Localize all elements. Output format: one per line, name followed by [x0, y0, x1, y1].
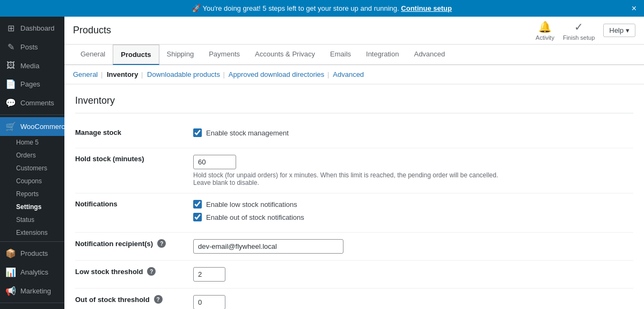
sidebar-item-appearance[interactable]: 🎨 Appearance: [0, 305, 64, 309]
dashboard-icon: ⊞: [5, 23, 16, 33]
notifications-row: Notifications Enable low stock notificat…: [75, 193, 633, 233]
tab-advanced[interactable]: Advanced: [406, 45, 452, 64]
subnav-approved[interactable]: Approved download directories: [229, 70, 325, 78]
finish-setup-label: Finish setup: [563, 34, 595, 41]
media-icon: 🖼: [5, 61, 16, 70]
low-stock-threshold-input[interactable]: [193, 267, 225, 282]
activity-button[interactable]: 🔔 Activity: [536, 20, 554, 41]
low-stock-threshold-help-icon[interactable]: ?: [147, 267, 156, 276]
sidebar-sub-coupons[interactable]: Coupons: [0, 175, 64, 188]
settings-form: Manage stock Enable stock management Hol…: [75, 122, 633, 309]
sidebar-divider-2: [0, 241, 64, 242]
out-of-stock-notify-checkbox[interactable]: [193, 213, 202, 221]
notifications-label: Notifications: [75, 193, 193, 233]
finish-setup-button[interactable]: ✓ Finish setup: [563, 20, 595, 41]
low-stock-threshold-label-wrap: Low stock threshold ?: [75, 267, 185, 276]
sidebar-item-label: Pages: [20, 80, 40, 88]
sidebar-item-label: Products: [20, 249, 48, 257]
sidebar-divider: [0, 114, 64, 115]
sidebar-item-posts[interactable]: ✎ Posts: [0, 38, 64, 56]
out-of-stock-threshold-row: Out of stock threshold ?: [75, 289, 633, 310]
sidebar-item-products[interactable]: 📦 Products: [0, 244, 64, 263]
page-title: Products: [73, 25, 111, 36]
low-stock-text: Enable low stock notifications: [206, 200, 297, 209]
chevron-down-icon: ▾: [626, 26, 630, 34]
sidebar-item-media[interactable]: 🖼 Media: [0, 56, 64, 75]
section-title: Inventory: [75, 95, 633, 113]
notification-recipient-help-icon[interactable]: ?: [157, 239, 166, 248]
subnav-sep-1: |: [101, 70, 103, 78]
sub-nav: General | Inventory | Downloadable produ…: [64, 65, 644, 84]
low-stock-threshold-label: Low stock threshold: [75, 268, 143, 276]
sidebar-item-label: Dashboard: [20, 24, 55, 32]
tab-accounts-privacy[interactable]: Accounts & Privacy: [247, 45, 323, 64]
subnav-sep-2: |: [141, 70, 143, 78]
sidebar-item-dashboard[interactable]: ⊞ Dashboard: [0, 19, 64, 38]
woocommerce-icon: 🛒: [5, 121, 16, 132]
low-stock-label[interactable]: Enable low stock notifications: [193, 200, 633, 209]
out-of-stock-label[interactable]: Enable out of stock notifications: [193, 213, 633, 221]
activity-icon: 🔔: [538, 20, 552, 33]
pages-icon: 📄: [5, 79, 16, 89]
manage-stock-checkbox-text: Enable stock management: [206, 129, 289, 137]
low-stock-checkbox[interactable]: [193, 200, 202, 209]
notification-recipient-label-wrap: Notification recipient(s) ?: [75, 239, 185, 248]
sidebar-sub-status[interactable]: Status: [0, 213, 64, 226]
manage-stock-label: Manage stock: [75, 122, 193, 148]
home-badge: 5: [35, 139, 39, 146]
subnav-downloadable[interactable]: Downloadable products: [147, 70, 220, 78]
out-of-stock-threshold-input[interactable]: [193, 295, 225, 309]
sidebar-item-label: Analytics: [20, 268, 48, 276]
manage-stock-checkbox-label[interactable]: Enable stock management: [193, 128, 633, 137]
notification-recipient-input[interactable]: [193, 239, 343, 254]
tab-emails[interactable]: Emails: [323, 45, 358, 64]
manage-stock-row: Manage stock Enable stock management: [75, 122, 633, 148]
subnav-general[interactable]: General: [73, 70, 98, 78]
tab-general[interactable]: General: [73, 45, 113, 64]
out-of-stock-threshold-help-icon[interactable]: ?: [154, 295, 163, 304]
notification-recipient-row: Notification recipient(s) ?: [75, 233, 633, 261]
posts-icon: ✎: [5, 42, 16, 52]
sidebar-sub-orders[interactable]: Orders: [0, 149, 64, 162]
continue-setup-link[interactable]: Continue setup: [401, 4, 452, 12]
close-icon[interactable]: ×: [632, 4, 636, 13]
tab-payments[interactable]: Payments: [201, 45, 247, 64]
out-of-stock-text: Enable out of stock notifications: [206, 213, 304, 221]
help-button[interactable]: Help ▾: [603, 24, 635, 37]
sidebar-item-woocommerce[interactable]: 🛒 WooCommerce: [0, 117, 64, 136]
sidebar-item-pages[interactable]: 📄 Pages: [0, 75, 64, 94]
tab-integration[interactable]: Integration: [358, 45, 406, 64]
sidebar-sub-home[interactable]: Home 5: [0, 136, 64, 149]
notification-recipient-label: Notification recipient(s): [75, 240, 153, 248]
sidebar-sub-reports[interactable]: Reports: [0, 188, 64, 200]
tab-products[interactable]: Products: [113, 45, 159, 65]
notification-text: 🚀 You're doing great! 5 steps left to ge…: [192, 4, 399, 12]
settings-tabs: General Products Shipping Payments Accou…: [64, 45, 644, 65]
sidebar-sub-extensions[interactable]: Extensions: [0, 226, 64, 239]
sidebar-sub-customers[interactable]: Customers: [0, 162, 64, 175]
low-stock-threshold-row: Low stock threshold ?: [75, 261, 633, 289]
sidebar-item-marketing[interactable]: 📢 Marketing: [0, 282, 64, 300]
help-label: Help: [609, 26, 624, 34]
analytics-icon: 📊: [5, 267, 16, 277]
sidebar-item-label: WooCommerce: [20, 123, 64, 131]
sidebar-sub-settings[interactable]: Settings: [0, 200, 64, 213]
hold-stock-help: Hold stock (for unpaid orders) for x min…: [193, 171, 515, 186]
sidebar-item-comments[interactable]: 💬 Comments: [0, 94, 64, 112]
sidebar-item-label: Posts: [20, 43, 38, 51]
hold-stock-label: Hold stock (minutes): [75, 148, 193, 193]
tab-shipping[interactable]: Shipping: [159, 45, 202, 64]
hold-stock-input[interactable]: [193, 155, 236, 169]
subnav-inventory[interactable]: Inventory: [107, 70, 138, 78]
subnav-sep-3: |: [223, 70, 225, 78]
sidebar-item-label: Comments: [20, 99, 54, 107]
marketing-icon: 📢: [5, 286, 16, 296]
manage-stock-checkbox[interactable]: [193, 128, 202, 137]
products-icon: 📦: [5, 248, 16, 258]
subnav-advanced[interactable]: Advanced: [333, 70, 364, 78]
sidebar-item-analytics[interactable]: 📊 Analytics: [0, 263, 64, 282]
out-of-stock-threshold-label: Out of stock threshold: [75, 296, 150, 304]
activity-label: Activity: [536, 34, 554, 41]
topbar-actions: 🔔 Activity ✓ Finish setup Help ▾: [536, 20, 635, 41]
sidebar: ⊞ Dashboard ✎ Posts 🖼 Media 📄 Pages 💬 Co…: [0, 17, 64, 309]
